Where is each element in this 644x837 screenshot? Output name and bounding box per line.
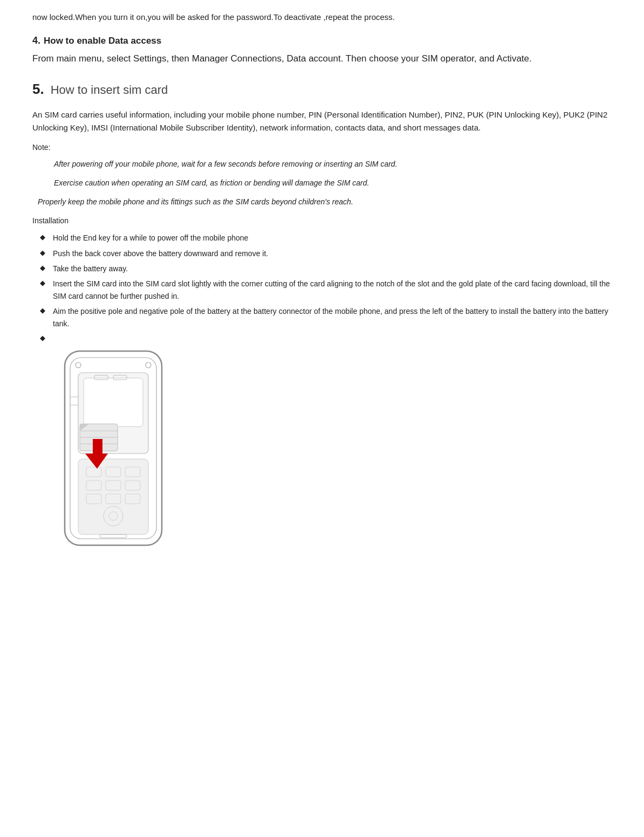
svg-rect-28 — [93, 439, 102, 455]
bullet-item-3: Take the battery away. — [38, 263, 612, 275]
intro-text: now locked.When you turn it on,you will … — [32, 11, 612, 24]
bullet-item-2: Push the back cover above the battery do… — [38, 248, 612, 259]
section4-title: How to enable Data access — [44, 34, 161, 48]
bullet-item-5: Aim the positive pole and negative pole … — [38, 305, 612, 330]
section5-title: How to insert sim card — [51, 81, 168, 99]
installation-label: Installation — [32, 215, 612, 227]
svg-rect-15 — [78, 459, 148, 534]
section5-heading-row: 5. How to insert sim card — [32, 76, 612, 104]
note-item-1: After powering off your mobile phone, wa… — [54, 159, 612, 170]
phone-svg — [54, 346, 173, 551]
section4-body: From main menu, select Settings, then Ma… — [32, 51, 612, 66]
section5-body: An SIM card carries useful information, … — [32, 108, 612, 134]
phone-diagram — [54, 346, 173, 551]
section4: 4. How to enable Data access From main m… — [32, 33, 612, 66]
section4-number: 4. — [32, 33, 40, 48]
section4-heading: 4. How to enable Data access — [32, 33, 612, 48]
bullet-item-1: Hold the End key for a while to power of… — [38, 232, 612, 244]
svg-rect-5 — [84, 378, 143, 427]
installation-bullets: Hold the End key for a while to power of… — [38, 232, 612, 330]
note-item-2: Exercise caution when operating an SIM c… — [54, 177, 612, 189]
section5: 5. How to insert sim card An SIM card ca… — [32, 76, 612, 551]
section5-number: 5. — [32, 79, 44, 100]
note-label: Note: — [32, 142, 612, 153]
bullet-item-4: Insert the SIM card into the SIM card sl… — [38, 278, 612, 302]
note-item-3: Properly keep the mobile phone and its f… — [38, 196, 612, 208]
